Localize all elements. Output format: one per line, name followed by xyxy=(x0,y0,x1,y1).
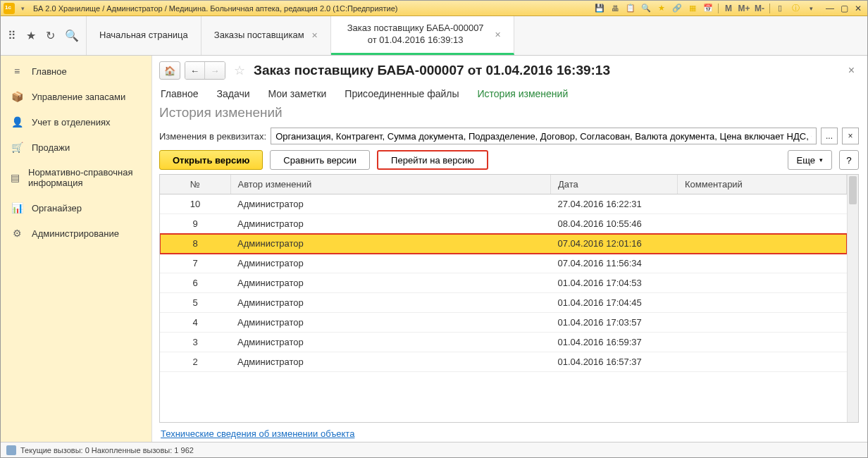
more-button[interactable]: Еще ▾ xyxy=(788,150,832,170)
table-row[interactable]: 2Администратор01.04.2016 16:57:37 xyxy=(160,352,847,372)
help-button[interactable]: ? xyxy=(839,150,859,170)
cell-author: Администратор xyxy=(230,273,551,293)
cell-author: Администратор xyxy=(230,234,551,254)
titlebar-icons: 💾 🖶 📋 🔍 ★ 🔗 ▦ 📅 M M+ M- ▯ ⓘ ▾ xyxy=(594,3,817,14)
subtab-main[interactable]: Главное xyxy=(161,88,199,99)
compare-versions-button[interactable]: Сравнить версии xyxy=(270,150,370,170)
cell-author: Администратор xyxy=(230,333,551,352)
section-title: История изменений xyxy=(159,105,859,120)
table-row[interactable]: 4Администратор01.04.2016 17:03:57 xyxy=(160,313,847,333)
home-button[interactable]: 🏠 xyxy=(159,61,180,80)
scrollbar-thumb[interactable] xyxy=(849,176,857,204)
nav-back-forward: ← → xyxy=(185,61,225,80)
cell-comment xyxy=(678,194,847,214)
forward-button[interactable]: → xyxy=(205,62,225,79)
cell-author: Администратор xyxy=(230,214,551,234)
memory-m[interactable]: M xyxy=(723,3,734,14)
page-header: 🏠 ← → ☆ Заказ поставщику БАБА-000007 от … xyxy=(159,61,859,80)
table-row[interactable]: 5Администратор01.04.2016 17:04:45 xyxy=(160,293,847,313)
table-row[interactable]: 3Администратор01.04.2016 16:59:37 xyxy=(160,333,847,352)
history-icon[interactable]: ↻ xyxy=(46,29,55,42)
maximize-button[interactable]: ▢ xyxy=(838,4,850,13)
scrollbar[interactable] xyxy=(847,175,858,422)
favorite-star-icon[interactable]: ☆ xyxy=(234,63,245,78)
cell-comment xyxy=(678,352,847,372)
cell-author: Администратор xyxy=(230,313,551,333)
table-container: № Автор изменений Дата Комментарий 10Адм… xyxy=(159,174,859,423)
col-num[interactable]: № xyxy=(160,175,230,194)
filter-label: Изменения в реквизитах: xyxy=(159,131,266,142)
status-icon xyxy=(6,445,16,455)
panel-icon[interactable]: ▯ xyxy=(774,3,786,14)
page-title: Заказ поставщику БАБА-000007 от 01.04.20… xyxy=(254,63,840,78)
search-icon[interactable]: 🔍 xyxy=(640,3,652,14)
star-icon[interactable]: ★ xyxy=(656,3,667,14)
col-date[interactable]: Дата xyxy=(551,175,678,194)
apps-icon[interactable]: ⠿ xyxy=(8,29,16,42)
memory-mplus[interactable]: M+ xyxy=(738,3,750,14)
table-row[interactable]: 6Администратор01.04.2016 17:04:53 xyxy=(160,273,847,293)
separator xyxy=(769,4,770,13)
cell-date: 01.04.2016 17:04:53 xyxy=(551,273,678,293)
sidebar-item-inventory[interactable]: 📦 Управление запасами xyxy=(1,84,151,109)
home-icon: ≡ xyxy=(11,66,23,77)
sidebar-item-departments[interactable]: 👤 Учет в отделениях xyxy=(1,109,151,135)
goto-version-button[interactable]: Перейти на версию xyxy=(377,150,488,170)
toolbar-buttons: ⠿ ★ ↻ 🔍 xyxy=(1,16,87,55)
sidebar-item-admin[interactable]: ⚙ Администрирование xyxy=(1,221,151,246)
back-button[interactable]: ← xyxy=(185,62,205,79)
tab-close-icon[interactable]: ✕ xyxy=(495,30,501,39)
cell-num: 7 xyxy=(160,254,230,273)
minimize-button[interactable]: — xyxy=(824,4,836,13)
paste-icon[interactable]: 📋 xyxy=(625,3,636,14)
cell-comment xyxy=(678,333,847,352)
print-icon[interactable]: 🖶 xyxy=(609,3,621,14)
link-icon[interactable]: 🔗 xyxy=(671,3,683,14)
open-version-button[interactable]: Открыть версию xyxy=(159,150,263,170)
sidebar-item-label: Учет в отделениях xyxy=(32,117,111,128)
save-icon[interactable]: 💾 xyxy=(594,3,605,14)
search-toolbar-icon[interactable]: 🔍 xyxy=(65,29,79,42)
sidebar-item-organizer[interactable]: 📊 Органайзер xyxy=(1,195,151,221)
info-dropdown-icon[interactable]: ▾ xyxy=(805,3,817,14)
favorites-icon[interactable]: ★ xyxy=(26,29,36,42)
cell-num: 10 xyxy=(160,194,230,214)
tab-close-icon[interactable]: ✕ xyxy=(311,31,318,40)
sidebar-item-sales[interactable]: 🛒 Продажи xyxy=(1,135,151,160)
page-close-icon[interactable]: × xyxy=(844,64,859,77)
cell-date: 01.04.2016 16:57:37 xyxy=(551,352,678,372)
cell-comment xyxy=(678,313,847,333)
subtab-history[interactable]: История изменений xyxy=(478,88,569,99)
sidebar-item-catalog[interactable]: ▤ Нормативно-справочная информация xyxy=(1,160,151,195)
table-row[interactable]: 9Администратор08.04.2016 10:55:46 xyxy=(160,214,847,234)
table-row[interactable]: 10Администратор27.04.2016 16:22:31 xyxy=(160,194,847,214)
filter-input[interactable] xyxy=(271,128,817,144)
subtab-tasks[interactable]: Задачи xyxy=(217,88,250,99)
close-button[interactable]: ✕ xyxy=(852,4,864,13)
tab-start[interactable]: Начальная страница xyxy=(87,16,202,55)
tab-label: Заказ поставщику БАБА-000007 от 01.04.20… xyxy=(344,23,488,47)
calendar-icon[interactable]: 📅 xyxy=(702,3,714,14)
table-row[interactable]: 7Администратор07.04.2016 11:56:34 xyxy=(160,254,847,273)
filter-clear-button[interactable]: × xyxy=(842,128,859,144)
cell-num: 9 xyxy=(160,214,230,234)
calc-icon[interactable]: ▦ xyxy=(687,3,698,14)
sidebar-item-main[interactable]: ≡ Главное xyxy=(1,58,151,84)
tab-order[interactable]: Заказ поставщику БАБА-000007 от 01.04.20… xyxy=(331,16,514,55)
memory-mminus[interactable]: M- xyxy=(754,3,765,14)
tab-orders[interactable]: Заказы поставщикам ✕ xyxy=(202,16,331,55)
col-comment[interactable]: Комментарий xyxy=(678,175,847,194)
subtab-files[interactable]: Присоединенные файлы xyxy=(345,88,459,99)
filter-ellipsis-button[interactable]: ... xyxy=(821,128,838,144)
tech-info-link[interactable]: Технические сведения об изменении объект… xyxy=(161,428,857,439)
cell-date: 07.04.2016 12:01:16 xyxy=(551,234,678,254)
col-author[interactable]: Автор изменений xyxy=(230,175,551,194)
gear-icon: ⚙ xyxy=(11,228,23,239)
subtab-notes[interactable]: Мои заметки xyxy=(268,88,327,99)
table-row[interactable]: 8Администратор07.04.2016 12:01:16 xyxy=(160,234,847,254)
info-icon[interactable]: ⓘ xyxy=(790,3,801,14)
cell-num: 4 xyxy=(160,313,230,333)
cell-comment xyxy=(678,254,847,273)
app-menu-dropdown-icon[interactable]: ▾ xyxy=(18,4,27,13)
cell-num: 8 xyxy=(160,234,230,254)
